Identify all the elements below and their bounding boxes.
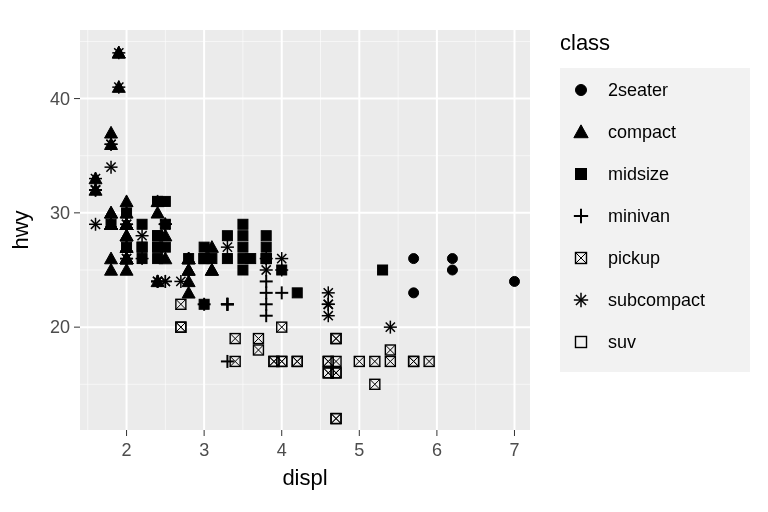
- svg-rect-113: [199, 254, 209, 264]
- point: [174, 275, 187, 288]
- point: [136, 252, 149, 265]
- point: [238, 231, 248, 241]
- y-tick-label: 40: [50, 89, 70, 109]
- point: [199, 242, 209, 252]
- svg-rect-95: [222, 254, 232, 264]
- legend-label: minivan: [608, 206, 670, 226]
- svg-rect-401: [566, 327, 596, 357]
- point: [160, 196, 170, 206]
- point: [136, 229, 149, 242]
- y-tick-label: 30: [50, 203, 70, 223]
- svg-point-33: [509, 276, 519, 286]
- legend-label: 2seater: [608, 80, 668, 100]
- svg-rect-96: [238, 265, 248, 275]
- point: [447, 254, 457, 264]
- svg-point-30: [409, 288, 419, 298]
- point: [222, 231, 232, 241]
- svg-rect-103: [137, 219, 147, 229]
- svg-rect-90: [153, 254, 163, 264]
- point: [384, 321, 397, 334]
- point: [137, 219, 147, 229]
- x-tick-label: 5: [354, 440, 364, 460]
- svg-rect-115: [222, 231, 232, 241]
- point: [89, 172, 102, 185]
- point: [447, 265, 457, 275]
- point: [322, 298, 335, 311]
- svg-rect-121: [160, 196, 170, 206]
- point: [159, 218, 172, 231]
- svg-rect-92: [238, 219, 248, 229]
- point: [322, 286, 335, 299]
- point: [120, 252, 133, 265]
- svg-rect-81: [184, 254, 194, 264]
- svg-rect-116: [106, 219, 116, 229]
- point: [122, 208, 132, 218]
- svg-point-29: [409, 254, 419, 264]
- point: [292, 288, 302, 298]
- svg-rect-112: [153, 231, 163, 241]
- point: [260, 264, 273, 277]
- point: [153, 254, 163, 264]
- point: [322, 309, 335, 322]
- x-tick-label: 6: [432, 440, 442, 460]
- point: [275, 252, 288, 265]
- svg-point-31: [447, 254, 457, 264]
- point: [409, 288, 419, 298]
- point: [105, 161, 118, 174]
- point: [261, 231, 271, 241]
- point: [112, 81, 125, 94]
- point: [184, 254, 194, 264]
- svg-point-384: [576, 85, 587, 96]
- svg-rect-388: [576, 169, 587, 180]
- point: [409, 254, 419, 264]
- svg-rect-0: [80, 30, 530, 430]
- x-tick-label: 7: [509, 440, 519, 460]
- svg-rect-110: [137, 242, 147, 252]
- point: [89, 184, 102, 197]
- x-axis-title: displ: [282, 465, 327, 490]
- y-tick-label: 20: [50, 317, 70, 337]
- point: [378, 265, 388, 275]
- point: [275, 264, 288, 277]
- svg-rect-89: [246, 254, 256, 264]
- svg-point-32: [447, 265, 457, 275]
- point: [153, 231, 163, 241]
- x-tick-label: 4: [277, 440, 287, 460]
- svg-rect-114: [199, 242, 209, 252]
- legend-label: midsize: [608, 164, 669, 184]
- point: [105, 138, 118, 151]
- point: [238, 242, 248, 252]
- point: [120, 218, 133, 231]
- x-tick-label: 3: [199, 440, 209, 460]
- svg-rect-108: [238, 242, 248, 252]
- point: [122, 242, 132, 252]
- point: [89, 218, 102, 231]
- point: [199, 254, 209, 264]
- svg-rect-91: [238, 231, 248, 241]
- legend-label: subcompact: [608, 290, 705, 310]
- legend-label: compact: [608, 122, 676, 142]
- svg-rect-120: [378, 265, 388, 275]
- point: [261, 242, 271, 252]
- legend-title: class: [560, 30, 610, 55]
- point: [246, 254, 256, 264]
- point: [260, 252, 273, 265]
- x-tick-label: 2: [122, 440, 132, 460]
- point: [509, 276, 519, 286]
- svg-rect-93: [153, 242, 163, 252]
- legend-label: pickup: [608, 248, 660, 268]
- legend-label: suv: [608, 332, 636, 352]
- scatter-plot: 203040234567 displ hwy class2seatercompa…: [0, 0, 768, 512]
- point: [137, 242, 147, 252]
- svg-rect-100: [261, 231, 271, 241]
- point: [221, 241, 234, 254]
- point: [106, 219, 116, 229]
- svg-rect-83: [292, 288, 302, 298]
- point: [112, 46, 125, 59]
- point: [159, 275, 172, 288]
- svg-rect-118: [122, 208, 132, 218]
- y-axis-title: hwy: [8, 210, 33, 249]
- point: [222, 254, 232, 264]
- point: [153, 242, 163, 252]
- point: [238, 265, 248, 275]
